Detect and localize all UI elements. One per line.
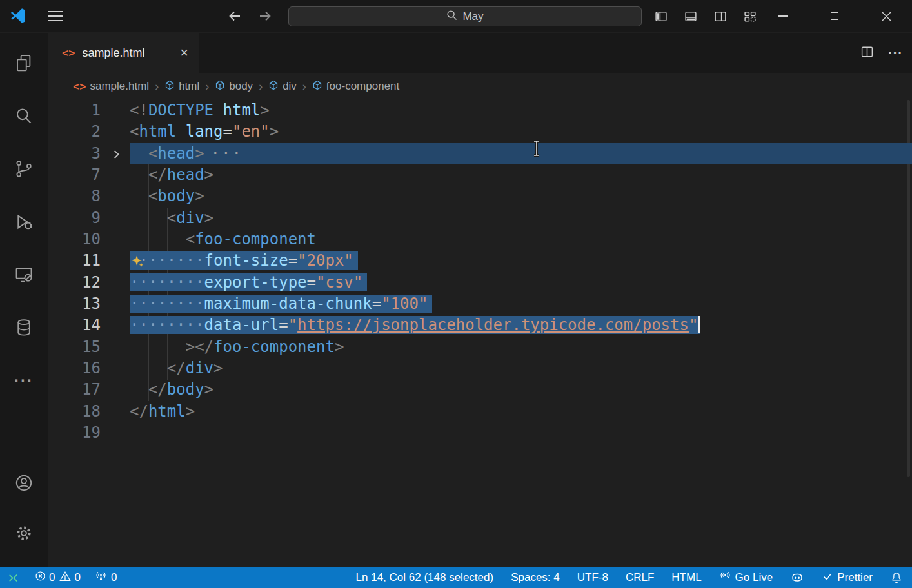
copilot-sparkle-icon[interactable] (130, 253, 144, 274)
line-number[interactable]: 3 (49, 143, 101, 164)
code-line[interactable]: 15 ></foo-component> (49, 337, 912, 358)
problems-indicator[interactable]: 0 0 (34, 570, 81, 586)
breadcrumb-segments: ›html›body›div›foo-component (154, 80, 399, 93)
line-number[interactable]: 18 (49, 401, 101, 422)
command-center-search[interactable]: May (288, 6, 642, 26)
line-number[interactable]: 15 (49, 337, 101, 358)
code-line[interactable]: 9 <div> (49, 208, 912, 229)
code-text[interactable]: ></foo-component> (130, 338, 344, 356)
code-line[interactable]: 14········data-url="https://jsonplacehol… (49, 315, 912, 336)
editor-group: <> sample.html × ··· <> sample.html ›htm… (49, 33, 912, 567)
remote-indicator[interactable] (6, 571, 20, 585)
notifications-bell-icon[interactable] (890, 571, 903, 584)
code-line[interactable]: 13········maximum-data-chunk="100" (49, 293, 912, 315)
go-live-button[interactable]: Go Live (719, 570, 773, 585)
breadcrumb-file[interactable]: <> sample.html (73, 80, 149, 93)
line-number[interactable]: 13 (49, 293, 101, 315)
split-editor-icon[interactable] (860, 45, 874, 61)
line-number[interactable]: 2 (49, 121, 101, 142)
tab-sample-html[interactable]: <> sample.html × (49, 33, 199, 73)
encoding-setting[interactable]: UTF-8 (577, 571, 608, 584)
gutter-fold-column[interactable] (101, 143, 130, 164)
customize-layout-icon[interactable] (742, 8, 758, 24)
tab-close-icon[interactable]: × (180, 46, 188, 60)
code-text[interactable]: <!DOCTYPE html> (130, 101, 270, 119)
activity-bar: ··· (0, 33, 48, 567)
minimize-button[interactable] (757, 0, 809, 32)
code-text[interactable]: ········font-size="20px" (130, 251, 358, 270)
code-line[interactable]: 1<!DOCTYPE html> (49, 100, 912, 121)
line-number[interactable]: 14 (49, 315, 101, 336)
indentation-setting[interactable]: Spaces: 4 (511, 571, 560, 584)
additional-views-icon[interactable]: ··· (8, 364, 40, 397)
editor-lines: 1<!DOCTYPE html>2<html lang="en">3 <head… (49, 100, 912, 444)
code-text[interactable]: <foo-component (130, 230, 316, 248)
code-line[interactable]: 19 (49, 422, 912, 444)
remote-explorer-icon[interactable] (8, 259, 40, 291)
copilot-icon[interactable] (790, 571, 804, 585)
explorer-icon[interactable] (8, 47, 40, 79)
breadcrumb-item[interactable]: div (268, 80, 297, 93)
code-line[interactable]: 11········font-size="20px" (49, 250, 912, 271)
code-text[interactable]: ········maximum-data-chunk="100" (130, 295, 432, 313)
code-text[interactable]: </body> (130, 380, 213, 398)
source-control-icon[interactable] (8, 153, 40, 185)
code-text[interactable]: ········export-type="csv" (130, 273, 367, 291)
eol-setting[interactable]: CRLF (626, 571, 654, 584)
code-text[interactable]: </html> (130, 402, 195, 420)
code-line[interactable]: 3 <head>··· (49, 143, 912, 164)
code-text[interactable]: <html lang="en"> (130, 122, 279, 141)
code-text[interactable]: ········data-url="https://jsonplaceholde… (130, 316, 700, 334)
line-number[interactable]: 17 (49, 379, 101, 400)
run-debug-icon[interactable] (8, 206, 40, 238)
toggle-panel-icon[interactable] (682, 8, 699, 24)
search-view-icon[interactable] (8, 100, 40, 132)
ports-indicator[interactable]: 0 (95, 570, 117, 585)
code-line[interactable]: 2<html lang="en"> (49, 121, 912, 142)
code-text[interactable]: <div> (130, 209, 213, 227)
more-actions-icon[interactable]: ··· (888, 46, 903, 61)
breadcrumb-item[interactable]: foo-component (312, 80, 399, 93)
line-number[interactable]: 10 (49, 229, 101, 250)
maximize-button[interactable] (809, 0, 860, 32)
breadcrumb-item[interactable]: html (164, 80, 199, 93)
code-text[interactable]: </head> (130, 166, 213, 184)
history-back-button[interactable] (225, 8, 244, 24)
line-number[interactable]: 8 (49, 186, 101, 207)
line-number[interactable]: 19 (49, 422, 101, 444)
cursor-position[interactable]: Ln 14, Col 62 (148 selected) (356, 571, 494, 584)
settings-gear-icon[interactable] (8, 517, 40, 549)
history-forward-button[interactable] (255, 8, 275, 24)
menu-hamburger-icon[interactable] (48, 11, 63, 21)
breadcrumb-item[interactable]: body (215, 80, 253, 93)
language-mode[interactable]: HTML (671, 571, 701, 584)
code-line[interactable]: 7 </head> (49, 164, 912, 186)
code-line[interactable]: 16 </div> (49, 358, 912, 379)
breadcrumb-file-label: sample.html (90, 80, 149, 93)
prettier-label: Prettier (837, 571, 873, 584)
code-line[interactable]: 10 <foo-component (49, 229, 912, 250)
code-line[interactable]: 12········export-type="csv" (49, 272, 912, 293)
line-number[interactable]: 12 (49, 272, 101, 293)
line-number[interactable]: 16 (49, 358, 101, 379)
close-button[interactable] (860, 0, 912, 32)
database-icon[interactable] (8, 311, 40, 344)
toggle-primary-sidebar-icon[interactable] (653, 8, 669, 24)
code-line[interactable]: 18</html> (49, 401, 912, 422)
line-number[interactable]: 1 (49, 100, 101, 121)
toggle-secondary-sidebar-icon[interactable] (712, 8, 729, 24)
line-number[interactable]: 11 (49, 250, 101, 271)
line-number[interactable]: 9 (49, 208, 101, 229)
error-icon (34, 570, 46, 585)
code-line[interactable]: 17 </body> (49, 379, 912, 400)
code-text[interactable]: <head>··· (130, 144, 243, 162)
account-icon[interactable] (8, 467, 40, 499)
code-editor[interactable]: 1<!DOCTYPE html>2<html lang="en">3 <head… (49, 100, 912, 567)
code-line[interactable]: 8 <body> (49, 186, 912, 207)
code-text[interactable]: </div> (130, 359, 223, 377)
go-live-label: Go Live (735, 571, 773, 584)
prettier-status[interactable]: Prettier (822, 571, 873, 585)
code-text[interactable]: <body> (130, 187, 204, 205)
broadcast-icon (719, 570, 731, 585)
line-number[interactable]: 7 (49, 164, 101, 186)
